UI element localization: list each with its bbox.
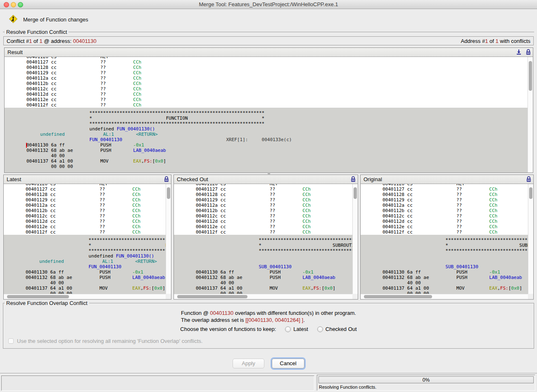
lock-icon[interactable] (526, 176, 531, 182)
vscroll[interactable] (528, 184, 533, 294)
listing-line (361, 259, 528, 264)
listing-line: 0040112b cc ?? CCh (5, 81, 527, 86)
listing-line: ****************************************… (361, 248, 528, 253)
listing-line: ****************************************… (4, 248, 166, 253)
listing-line: 00401129 cc ?? CCh (4, 197, 166, 203)
lock-icon[interactable] (351, 176, 356, 182)
listing-line: * FUNCTION * (5, 116, 527, 121)
listing-line: 40 00 (5, 153, 527, 158)
merge-sign-icon (8, 14, 18, 24)
listing-line: 0040112c cc ?? CCh (361, 213, 528, 219)
down-arrow-icon[interactable] (516, 49, 522, 55)
listing-line: 0040112e cc ?? CCh (4, 224, 166, 229)
radio-checked-out-circle[interactable] (317, 326, 323, 332)
listing-line: 40 00 (174, 280, 352, 286)
listing-line: 0040112c cc ?? CCh (4, 213, 166, 219)
scroll-corner (166, 294, 171, 299)
hscroll[interactable] (4, 294, 166, 299)
use-for-all-checkbox[interactable] (8, 338, 14, 344)
listing-cursor (26, 143, 27, 148)
listing-line: 0040112a cc ?? CCh (5, 76, 527, 81)
checked-out-pane-header: Checked Out (174, 175, 358, 184)
listing-line: ****************************************… (174, 248, 352, 253)
choose-version-label: Choose the version of functions to keep: (180, 326, 276, 332)
result-listing: 00401126 c3 RET 00401127 cc ?? CCh 00401… (5, 57, 527, 172)
result-pane-header: Result (5, 48, 533, 57)
listing-line: 00401132 68 ab ae PUSH LAB_0040aeab (4, 275, 166, 280)
listing-line: 00401127 cc ?? CCh (361, 187, 528, 192)
listing-line: 00401128 cc ?? CCh (4, 192, 166, 197)
listing-line: 0040112b cc ?? CCh (174, 208, 352, 213)
hscroll[interactable] (174, 294, 352, 299)
listing-line: ****************************************… (5, 110, 527, 116)
listing-line: undefined FUN_00401130() (5, 126, 527, 132)
vscroll[interactable] (352, 184, 358, 294)
listing-line: 00401137 64 a1 00 MOV EAX,FS:[0x0] (174, 286, 352, 291)
listing-line: ****************************************… (361, 237, 528, 243)
listing-line: 40 00 (361, 280, 528, 286)
radio-checked-out[interactable]: Checked Out (317, 326, 357, 332)
radio-latest[interactable]: Latest (285, 326, 308, 332)
listing-line: 0040112b cc ?? CCh (4, 208, 166, 213)
hscroll-thumb[interactable] (364, 295, 432, 298)
progress-message: Resolving Function conflicts. (319, 385, 376, 390)
listing-line: 0040112d cc ?? CCh (361, 219, 528, 224)
listing-line: 00401129 cc ?? CCh (174, 197, 352, 203)
listing-line: 0040112a cc ?? CCh (174, 203, 352, 208)
latest-pane: Latest 00401126 c3 RET 00401127 cc ?? CC… (3, 175, 171, 300)
cancel-button[interactable]: Cancel (272, 359, 304, 368)
hscroll[interactable] (361, 294, 528, 299)
listing-line: ****************************************… (5, 121, 527, 126)
listing-line: 00401128 cc ?? CCh (174, 192, 352, 197)
vscroll[interactable] (527, 57, 533, 172)
listing-line: undefined AL:1 <RETURN> (4, 259, 166, 264)
conflict-group-border (3, 32, 534, 32)
listing-line: 00 00 00 (5, 164, 527, 169)
listing-line: 00401128 cc ?? CCh (5, 65, 527, 70)
listing-line: 00401132 68 ab ae PUSH LAB_0040aeab (174, 275, 352, 280)
vscroll-thumb[interactable] (529, 187, 532, 199)
listing-line (174, 253, 352, 259)
listing-line: 00401129 cc ?? CCh (361, 197, 528, 203)
listing-line: 0040112d cc ?? CCh (174, 219, 352, 224)
listing-line: SUB_00401130 (361, 264, 528, 269)
checked-out-listing: 00401126 c3 RET 00401127 cc ?? CCh 00401… (174, 184, 352, 294)
hscroll-thumb[interactable] (177, 295, 247, 298)
window-title: Merge Tool: Features_DevTestProject:/Win… (0, 0, 537, 9)
original-pane-title: Original (364, 176, 382, 182)
listing-line: 0040112f cc ?? CCh (174, 229, 352, 235)
listing-line: 40 00 (4, 280, 166, 286)
checked-out-pane: Checked Out 00401126 c3 RET 00401127 cc … (173, 175, 358, 300)
listing-line (174, 259, 352, 264)
radio-latest-circle[interactable] (285, 326, 291, 332)
listing-line: 00401127 cc ?? CCh (174, 187, 352, 192)
vscroll-thumb[interactable] (529, 61, 532, 91)
listing-line: undefined AL:1 <RETURN> (5, 132, 527, 137)
lock-icon[interactable] (164, 176, 169, 182)
overlap-message-line1: Function @ 00401130 overlaps with differ… (181, 309, 356, 316)
conflict-info-bar: Conflict #1 of 1 @ address: 00401130 Add… (3, 36, 534, 45)
apply-button[interactable]: Apply (233, 359, 264, 368)
listing-line: 0040112d cc ?? CCh (4, 219, 166, 224)
listing-line: * FUNCTION * (4, 243, 166, 248)
original-pane-header: Original (361, 175, 533, 184)
original-pane: Original 00401126 c3 RET 00401127 cc ?? … (360, 175, 534, 300)
listing-line: 00401127 cc ?? CCh (5, 59, 527, 65)
lock-icon[interactable] (526, 49, 531, 55)
status-message-panel (1, 375, 314, 391)
listing-line: 0040112e cc ?? CCh (5, 97, 527, 102)
listing-line: 0040112e cc ?? CCh (361, 224, 528, 229)
checked-out-pane-title: Checked Out (177, 176, 208, 182)
hscroll-thumb[interactable] (7, 295, 69, 298)
vscroll-thumb[interactable] (354, 187, 357, 199)
listing-line: 0040112a cc ?? CCh (361, 203, 528, 208)
vscroll-thumb[interactable] (167, 187, 170, 199)
listing-line: 00401130 6a ff PUSH -0x1 (4, 269, 166, 275)
listing-line: 00401130 6a ff PUSH -0x1 (5, 142, 527, 148)
vscroll[interactable] (166, 184, 171, 294)
overlap-message-line2: The overlap address set is [[00401130, 0… (181, 316, 356, 324)
listing-line: 00 00 00 (174, 291, 352, 294)
progress-bar: 0% (318, 376, 534, 383)
listing-line: 00401129 cc ?? CCh (5, 70, 527, 76)
listing-line: 0040112c cc ?? CCh (5, 86, 527, 92)
